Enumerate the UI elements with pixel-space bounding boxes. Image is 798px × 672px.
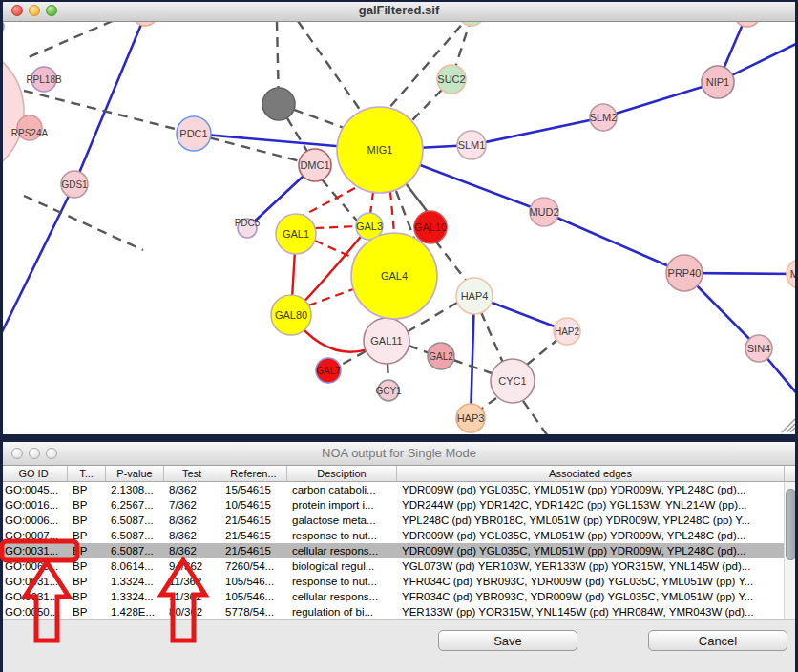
cell-test: 11/362 xyxy=(165,589,221,604)
node-label-gcy1: GCY1 xyxy=(375,386,402,396)
edge-gray xyxy=(388,13,472,109)
network-canvas[interactable]: RPL18BRPS24AGDS1PDC1DMC1MIG1SLM1SLM2NIP1… xyxy=(0,0,798,434)
node-label-msn: MSN xyxy=(790,268,798,280)
cell-associated_edges: YPL248C (pd) YBR018C, YML051W (pp) YDR00… xyxy=(398,513,784,528)
edge-gray xyxy=(388,364,388,382)
edge-gray xyxy=(24,196,143,250)
cell-p_value: 6.2567... xyxy=(107,497,165,513)
col-header-test[interactable]: Test xyxy=(164,466,220,481)
cell-type: BP xyxy=(69,528,107,543)
close-button[interactable] xyxy=(11,5,23,16)
cell-type: BP xyxy=(69,497,107,513)
cell-description: protein import i... xyxy=(288,497,398,513)
cell-go_id: GO:0031... xyxy=(1,543,69,558)
cell-test: 8/362 xyxy=(165,528,221,543)
col-header-type[interactable]: T... xyxy=(68,466,106,481)
noa-window-title: NOA output for Single Mode xyxy=(0,442,798,465)
edge-gray xyxy=(435,241,468,283)
minimize-button-inactive[interactable] xyxy=(29,448,40,459)
noa-window-titlebar[interactable]: NOA output for Single Mode xyxy=(0,442,798,466)
edge-gray xyxy=(338,351,366,367)
col-header-go-id[interactable]: GO ID xyxy=(0,466,68,481)
save-button[interactable]: Save xyxy=(438,630,578,651)
cell-test: 8/362 xyxy=(165,543,221,558)
table-row[interactable]: GO:0050...BP1.428E...80/3625778/54...reg… xyxy=(1,604,784,620)
table-row[interactable]: GO:0031...BP6.5087...8/36221/54615cellul… xyxy=(1,543,784,558)
node-label-rps24a: RPS24A xyxy=(11,128,49,138)
table-row[interactable]: GO:0031...BP1.3324...11/362105/546...res… xyxy=(1,574,784,589)
node-label-gal1: GAL1 xyxy=(283,228,309,240)
zoom-button-inactive[interactable] xyxy=(46,448,57,459)
cell-associated_edges: YER133W (pp) YOR315W, YNL145W (pd) YHR08… xyxy=(398,604,784,620)
col-header-description[interactable]: Desciption xyxy=(287,466,397,481)
cell-go_id: GO:0065... xyxy=(1,558,69,574)
edge-reddash xyxy=(299,188,355,218)
minimize-button[interactable] xyxy=(29,5,40,16)
node-label-suc2: SUC2 xyxy=(437,74,465,85)
cell-description: regulation of bi... xyxy=(288,604,398,620)
cell-type: BP xyxy=(69,604,107,620)
cell-reference: 21/54615 xyxy=(221,513,288,528)
zoom-button[interactable] xyxy=(46,5,57,16)
cell-associated_edges: YDR009W (pd) YGL035C, YML051W (pp) YDR00… xyxy=(398,528,784,543)
edge-gray xyxy=(527,339,558,365)
table-scrollbar[interactable] xyxy=(784,482,797,620)
cell-reference: 5778/54... xyxy=(221,604,288,620)
table-row[interactable]: GO:0006...BP6.5087...8/36221/54615galact… xyxy=(1,513,784,528)
graph-window: RPL18BRPS24AGDS1PDC1DMC1MIG1SLM1SLM2NIP1… xyxy=(0,0,798,434)
node-label-gds1: GDS1 xyxy=(61,179,88,190)
cell-p_value: 1.3324... xyxy=(107,574,165,589)
cell-associated_edges: YDR009W (pd) YGL035C, YML051W (pp) YDR00… xyxy=(398,482,784,497)
node-label-slm2: SLM2 xyxy=(590,112,618,123)
close-button-inactive[interactable] xyxy=(11,448,23,459)
cell-type: BP xyxy=(69,574,107,589)
node-label-hap3: HAP3 xyxy=(457,412,485,424)
table-row[interactable]: GO:0016...BP6.2567...7/36210/54615protei… xyxy=(1,497,784,513)
edge-gray xyxy=(24,91,194,134)
cell-test: 8/362 xyxy=(165,482,221,497)
edge-reddash xyxy=(370,192,373,214)
cell-type: BP xyxy=(69,589,107,604)
edge-reddash xyxy=(308,289,353,305)
edge-gray xyxy=(523,401,548,434)
col-header-reference[interactable]: Referen... xyxy=(220,466,287,481)
col-header-p-value[interactable]: P-value xyxy=(106,466,164,481)
cell-go_id: GO:0007... xyxy=(1,528,69,543)
node-label-gal80: GAL80 xyxy=(275,309,307,321)
cell-p_value: 6.5087... xyxy=(107,513,165,528)
node-label-sin4: SIN4 xyxy=(747,343,770,354)
col-header-associated-edges[interactable]: Associated edges xyxy=(397,466,785,481)
cell-description: cellular respons... xyxy=(288,589,398,604)
node-label-cyc1: CYC1 xyxy=(498,375,526,387)
cell-associated_edges: YFR034C (pd) YBR093C, YDR009W (pd) YGL03… xyxy=(398,589,784,604)
edge-reddash xyxy=(315,226,357,228)
cell-go_id: GO:0031... xyxy=(1,574,69,589)
table-row[interactable]: GO:0065...BP8.0614...94/3627260/54...bio… xyxy=(1,558,784,574)
node-unlabeled[interactable] xyxy=(262,88,295,120)
cell-reference: 105/546... xyxy=(221,574,288,589)
node-label-nip1: NIP1 xyxy=(706,76,729,88)
cell-reference: 105/546... xyxy=(221,589,288,604)
node-label-pdc1: PDC1 xyxy=(179,128,207,139)
node-label-gal7: GAL7 xyxy=(316,366,341,376)
edge-gray xyxy=(298,21,365,116)
node-label-pdc5: PDC5 xyxy=(235,218,261,228)
cell-description: carbon cataboli... xyxy=(288,482,398,497)
cell-go_id: GO:0031... xyxy=(1,589,69,604)
table-row[interactable]: GO:0007...BP6.5087...8/36221/54615respon… xyxy=(1,528,784,543)
cancel-button[interactable]: Cancel xyxy=(648,630,788,651)
scrollbar-thumb[interactable] xyxy=(786,489,796,560)
cell-associated_edges: YDR244W (pp) YDR142C, YDR142C (pp) YGL15… xyxy=(398,497,784,513)
cell-type: BP xyxy=(69,558,107,574)
node-label-mig1: MIG1 xyxy=(368,144,393,156)
table-row[interactable]: GO:0031...BP1.3324...11/362105/546...cel… xyxy=(1,589,784,604)
graph-window-titlebar[interactable]: galFiltered.sif xyxy=(0,0,798,22)
cell-reference: 21/54615 xyxy=(221,528,288,543)
cell-description: response to nut... xyxy=(288,528,398,543)
node-unlabeled[interactable] xyxy=(0,43,24,180)
edge-gray xyxy=(396,191,414,239)
cell-go_id: GO:0006... xyxy=(1,513,69,528)
cell-test: 11/362 xyxy=(165,574,221,589)
table-row[interactable]: GO:0045...BP2.1308...8/36215/54615carbon… xyxy=(1,482,784,497)
edge-gray xyxy=(481,312,503,363)
